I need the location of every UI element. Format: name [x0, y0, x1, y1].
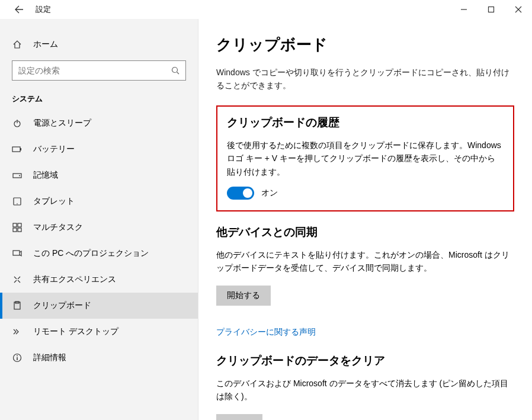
- clear-section: クリップボードのデータをクリア このデバイスおよび Microsoft のデータ…: [216, 353, 514, 420]
- titlebar: 設定: [0, 0, 51, 19]
- sync-start-button[interactable]: 開始する: [216, 286, 271, 306]
- sidebar-item-label: タブレット: [33, 196, 75, 207]
- svg-rect-14: [13, 228, 17, 232]
- info-icon: [12, 353, 23, 363]
- sidebar: ホーム システム 電源とスリープバッテリー記憶域タブレットマルチタスクこの PC…: [0, 19, 198, 420]
- battery-icon: [12, 145, 23, 154]
- storage-icon: [12, 171, 23, 180]
- sync-desc: 他のデバイスにテキストを貼り付けます。これがオンの場合、Microsoft はク…: [216, 248, 514, 275]
- sidebar-item-2[interactable]: 記憶域: [0, 162, 198, 188]
- sidebar-item-4[interactable]: マルチタスク: [0, 214, 198, 241]
- svg-rect-13: [18, 223, 21, 227]
- sidebar-item-0[interactable]: 電源とスリープ: [0, 110, 198, 136]
- svg-point-21: [17, 355, 18, 357]
- svg-rect-12: [13, 223, 17, 227]
- home-label: ホーム: [33, 39, 58, 50]
- history-toggle-label: オン: [261, 188, 278, 198]
- svg-rect-16: [13, 251, 20, 255]
- home-nav[interactable]: ホーム: [0, 34, 198, 54]
- sidebar-item-label: バッテリー: [33, 144, 75, 155]
- minimize-icon: [460, 6, 467, 13]
- sidebar-item-9[interactable]: 詳細情報: [0, 345, 198, 371]
- sidebar-item-label: 詳細情報: [33, 352, 66, 363]
- content-area: クリップボード Windows でコピーや切り取りを行うとクリップボードにコピー…: [198, 19, 532, 420]
- sidebar-item-1[interactable]: バッテリー: [0, 136, 198, 162]
- projection-icon: [12, 249, 23, 258]
- power-icon: [12, 118, 23, 128]
- clipboard-history-section: クリップボードの履歴 後で使用するために複数の項目をクリップボードに保存します。…: [216, 105, 514, 211]
- sidebar-item-label: この PC へのプロジェクション: [33, 248, 149, 259]
- history-toggle[interactable]: [227, 187, 254, 200]
- privacy-link[interactable]: プライバシーに関する声明: [216, 327, 316, 338]
- close-button[interactable]: [505, 0, 532, 19]
- sidebar-item-8[interactable]: リモート デスクトップ: [0, 319, 198, 345]
- page-title: クリップボード: [216, 34, 514, 55]
- sidebar-item-3[interactable]: タブレット: [0, 188, 198, 214]
- home-icon: [12, 40, 23, 49]
- clipboard-icon: [12, 301, 23, 310]
- clear-title: クリップボードのデータをクリア: [216, 353, 514, 368]
- svg-rect-6: [12, 147, 20, 152]
- sidebar-item-7[interactable]: クリップボード: [0, 293, 198, 319]
- sidebar-item-6[interactable]: 共有エクスペリエンス: [0, 267, 198, 293]
- sidebar-item-label: 電源とスリープ: [33, 118, 91, 129]
- sidebar-item-label: マルチタスク: [33, 222, 83, 233]
- history-desc: 後で使用するために複数の項目をクリップボードに保存します。Windows ロゴ …: [227, 139, 504, 178]
- category-header: システム: [0, 88, 198, 110]
- maximize-icon: [488, 6, 495, 13]
- sidebar-item-label: 共有エクスペリエンス: [33, 274, 116, 285]
- back-button[interactable]: [9, 0, 28, 19]
- sidebar-item-label: クリップボード: [33, 300, 91, 311]
- minimize-button[interactable]: [450, 0, 477, 19]
- svg-rect-1: [489, 7, 494, 12]
- arrow-left-icon: [14, 5, 24, 14]
- svg-rect-7: [20, 148, 21, 150]
- sidebar-item-label: リモート デスクトップ: [33, 326, 118, 337]
- svg-rect-15: [18, 228, 21, 232]
- search-input[interactable]: [18, 66, 171, 75]
- history-title: クリップボードの履歴: [227, 115, 504, 130]
- clear-desc: このデバイスおよび Microsoft のデータをすべて消去します (ピン留めし…: [216, 377, 514, 403]
- shared-icon: [12, 275, 23, 284]
- search-box[interactable]: [12, 60, 186, 81]
- sidebar-item-label: 記憶域: [33, 170, 58, 181]
- remote-icon: [12, 327, 23, 336]
- tablet-icon: [12, 197, 23, 206]
- window-controls: [0, 0, 532, 19]
- sidebar-item-5[interactable]: この PC へのプロジェクション: [0, 241, 198, 267]
- svg-point-9: [19, 175, 20, 177]
- clear-button[interactable]: クリア: [216, 414, 262, 420]
- svg-line-3: [177, 72, 180, 75]
- svg-point-2: [172, 68, 178, 73]
- sync-section: 他デバイスとの同期 他のデバイスにテキストを貼り付けます。これがオンの場合、Mi…: [216, 225, 514, 316]
- search-icon: [171, 66, 180, 75]
- close-icon: [515, 6, 522, 13]
- sync-title: 他デバイスとの同期: [216, 225, 514, 240]
- multitask-icon: [12, 223, 23, 232]
- maximize-button[interactable]: [477, 0, 505, 19]
- page-intro: Windows でコピーや切り取りを行うとクリップボードにコピーされ、貼り付ける…: [216, 66, 514, 92]
- svg-point-11: [17, 203, 18, 204]
- window-title: 設定: [36, 4, 51, 15]
